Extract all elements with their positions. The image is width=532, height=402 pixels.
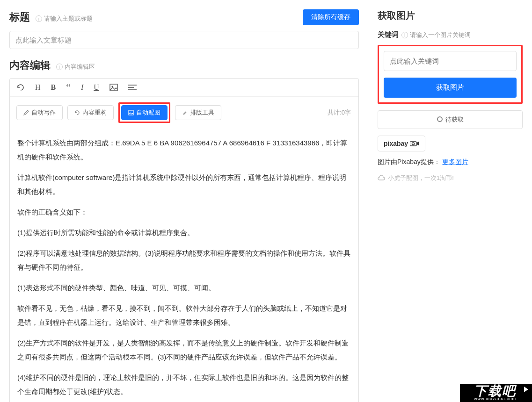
tip-row: 小虎子配图，一次1淘币! — [378, 174, 523, 182]
editor-container: H B “ I U 自动写作 — [9, 78, 359, 402]
content-hint: i内容编辑区 — [56, 63, 95, 70]
picture-icon — [128, 110, 134, 115]
wrench-icon — [182, 110, 188, 115]
pixabay-badge: pixabay — [378, 136, 425, 151]
keyword-hint: i请输入一个图片关键词 — [401, 31, 471, 39]
get-image-title: 获取图片 — [378, 9, 523, 22]
editor-paragraph: 整个计算机系统由两部分组成：E.69DA 5 E 6 BA 9062616964… — [17, 136, 351, 164]
align-left-icon[interactable] — [128, 84, 137, 91]
format-toolbar: H B “ I U — [10, 79, 358, 97]
pending-button[interactable]: 待获取 — [378, 110, 523, 129]
editor-paragraph: 软件的正确含义如下： — [17, 205, 351, 219]
play-icon — [524, 387, 528, 392]
svg-rect-5 — [129, 110, 133, 115]
image-icon[interactable] — [109, 84, 118, 91]
editor-paragraph: (2)程序可以满意地处理信息的数据结构。(3)说明程序功能要求和程序需要的文档的… — [17, 246, 351, 274]
auto-write-button[interactable]: 自动写作 — [16, 105, 63, 120]
keyword-input[interactable] — [384, 51, 517, 71]
editor-paragraph: 软件看不见，无色，枯燥，看不见，摸不到，闻不到。软件大部分存在于人们的头脑或纸上… — [17, 302, 351, 330]
svg-point-1 — [111, 86, 113, 87]
info-icon: i — [56, 64, 63, 70]
keyword-label: 关键词 — [378, 30, 399, 39]
camera-icon — [410, 140, 419, 147]
action-toolbar: 自动写作 内容重构 自动配图 — [10, 97, 358, 129]
circle-icon — [437, 116, 443, 122]
article-title-input[interactable] — [9, 31, 359, 49]
bold-icon[interactable]: B — [51, 83, 56, 92]
keyword-label-row: 关键词 i请输入一个图片关键词 — [378, 30, 523, 39]
cloud-icon — [378, 175, 385, 181]
get-image-button[interactable]: 获取图片 — [384, 78, 517, 98]
editor-paragraph: (2)生产方式不同的软件是开发，是人类智能的高发挥，而不是传统意义上的硬件制造。… — [17, 336, 351, 364]
title-hint: i请输入主题或标题 — [36, 15, 93, 22]
refresh-icon — [74, 110, 80, 115]
info-icon: i — [401, 32, 408, 38]
italic-icon[interactable]: I — [81, 83, 83, 92]
editor-body[interactable]: 整个计算机系统由两部分组成：E.69DA 5 E 6 BA 9062616964… — [10, 129, 358, 402]
content-section-header: 内容编辑 i内容编辑区 — [9, 58, 359, 72]
highlight-frame: 自动配图 — [118, 102, 170, 123]
quote-icon[interactable]: “ — [66, 85, 71, 90]
editor-paragraph: (1)表达形式不同的硬件类型、颜色、味道、可见、可摸、可闻。 — [17, 281, 351, 295]
layout-tool-button[interactable]: 排版工具 — [175, 105, 221, 120]
editor-paragraph: (1)提供运行时所需功能和性能的命令或计算机程序集合。 — [17, 226, 351, 240]
content-label: 内容编辑 — [9, 59, 51, 71]
heading-icon[interactable]: H — [35, 83, 41, 92]
svg-point-7 — [412, 143, 415, 145]
auto-image-button[interactable]: 自动配图 — [121, 105, 168, 120]
watermark-badge: 下载吧 www.xiazaiba.com — [460, 384, 532, 402]
svg-rect-0 — [110, 84, 117, 91]
keyword-highlight-frame: 获取图片 — [378, 45, 523, 104]
provided-by-row: 图片由Pixabay提供： 更多图片 — [378, 158, 523, 166]
editor-paragraph: 计算机软件(computer software)是指计算机系统中除硬件以外的所有… — [17, 171, 351, 199]
more-images-link[interactable]: 更多图片 — [442, 158, 468, 165]
title-label: 标题 — [9, 11, 30, 23]
pencil-icon — [23, 110, 29, 115]
editor-paragraph: (4)维护不同的硬件是旧的，理论上软件是旧的，并不坏，但实际上软件也是旧的和坏的… — [17, 371, 351, 399]
info-icon: i — [36, 15, 42, 22]
underline-icon[interactable]: U — [94, 83, 99, 92]
restructure-button[interactable]: 内容重构 — [67, 105, 114, 120]
title-section-header: 标题 i请输入主题或标题 清除所有缓存 — [9, 9, 359, 25]
clear-cache-button[interactable]: 清除所有缓存 — [303, 9, 359, 25]
undo-icon[interactable] — [16, 84, 25, 91]
word-count: 共计:0字 — [328, 108, 351, 117]
